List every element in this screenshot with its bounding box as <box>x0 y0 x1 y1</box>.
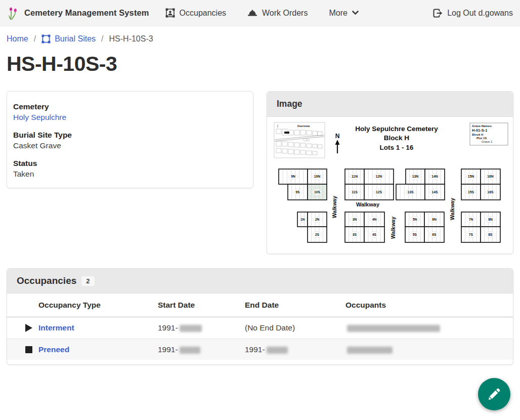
legend-line: H-01-S-1 <box>472 128 487 133</box>
edit-fab-button[interactable] <box>478 378 510 410</box>
redacted-text <box>347 347 393 354</box>
svg-text:15S: 15S <box>468 190 474 194</box>
svg-text:9N: 9N <box>291 175 295 178</box>
svg-text:12N: 12N <box>376 175 382 178</box>
occupancies-card: Occupancies 2 Occupancy Type Start Date … <box>7 268 513 365</box>
col-occupancy-type: Occupancy Type <box>38 301 158 310</box>
field-label-status: Status <box>13 159 247 168</box>
log-out-button[interactable]: Log Out d.gowans <box>433 9 513 18</box>
map-plot-14n: 14N <box>425 169 445 184</box>
svg-text:7S: 7S <box>469 233 473 236</box>
redacted-text <box>180 347 200 354</box>
map-title-line: Block H <box>384 134 409 142</box>
svg-text:8N: 8N <box>488 218 493 221</box>
tulip-logo-icon <box>7 6 20 21</box>
svg-text:4S: 4S <box>372 233 377 236</box>
occupancies-count-badge: 2 <box>81 276 94 286</box>
table-row: Preneed1991-1991- <box>7 339 513 360</box>
breadcrumb-separator: / <box>101 34 103 44</box>
cell-text: 1991- <box>158 345 178 354</box>
walkway-label-vertical: Walkway <box>331 196 337 218</box>
pencil-icon <box>487 387 501 401</box>
svg-text:8S: 8S <box>488 233 493 236</box>
svg-text:5S: 5S <box>413 233 417 236</box>
map-plot-11n: 11N <box>345 169 364 184</box>
map-plot-7s: 7S <box>461 227 481 242</box>
nav-item-work-orders[interactable]: Work Orders <box>247 9 308 18</box>
page-title: HS-H-10S-3 <box>7 52 513 76</box>
breadcrumb-current: HS-H-10S-3 <box>109 34 153 44</box>
legend-heading: Grave Names: <box>472 124 492 128</box>
burial-site-details-card: Cemetery Holy Sepulchre Burial Site Type… <box>7 91 253 188</box>
nav-item-occupancies[interactable]: Occupancies <box>165 8 227 18</box>
walkway-label-vertical: Walkway <box>449 198 455 220</box>
svg-text:15N: 15N <box>468 175 474 178</box>
nav-label: Occupancies <box>180 9 227 18</box>
breadcrumb-separator: / <box>34 34 36 44</box>
chevron-down-icon <box>352 11 359 15</box>
cell-text: (No End Date) <box>245 323 295 332</box>
compass-label: N <box>335 133 340 140</box>
field-value-status: Taken <box>13 170 247 179</box>
log-out-label: Log Out d.gowans <box>447 9 513 18</box>
occupancies-card-header: Occupancies 2 <box>7 269 513 293</box>
map-plot-5s: 5S <box>405 227 424 242</box>
overview-label: Overview <box>297 124 310 128</box>
cemetery-map-image: Overview N <box>267 117 513 254</box>
plots-layer: 9N10N9S10S11N12N11S12S13N14N13S14S15N16N… <box>279 169 500 242</box>
map-plot-10s: 10S <box>308 184 327 200</box>
map-plot-10n: 10N <box>308 169 327 184</box>
map-plot-16s: 16S <box>481 184 500 200</box>
redacted-text <box>267 347 288 354</box>
svg-text:4N: 4N <box>372 218 377 221</box>
occupancy-type-link[interactable]: Preneed <box>38 345 69 354</box>
svg-text:12S: 12S <box>376 190 382 194</box>
summary-row: Cemetery Holy Sepulchre Burial Site Type… <box>0 91 520 254</box>
field-value-burial-site-type: Casket Grave <box>13 141 247 150</box>
occupancy-type-link[interactable]: Interment <box>38 323 74 332</box>
walkway-label-vertical: Walkway <box>390 217 396 239</box>
svg-text:1N: 1N <box>300 218 305 221</box>
top-navbar: Cemetery Management System Occupancies W… <box>0 0 520 26</box>
stop-icon <box>25 346 32 353</box>
svg-text:3S: 3S <box>353 233 357 236</box>
map-title: Holy Sepulchre Cemetery Block H Lots 1 -… <box>355 125 438 151</box>
map-plot-9n: 9N <box>279 169 308 184</box>
app-title: Cemetery Management System <box>24 8 149 18</box>
occupancies-title: Occupancies <box>17 275 76 286</box>
app-brand[interactable]: Cemetery Management System <box>7 6 149 21</box>
work-orders-icon <box>247 9 257 17</box>
breadcrumb-burial-sites-link[interactable]: Burial Sites <box>41 34 96 44</box>
map-title-line: Holy Sepulchre Cemetery <box>355 125 438 133</box>
map-plot-3n: 3N <box>345 212 364 227</box>
svg-text:16S: 16S <box>487 190 494 194</box>
svg-text:13N: 13N <box>412 175 419 178</box>
svg-text:3N: 3N <box>353 218 357 221</box>
field-label-burial-site-type: Burial Site Type <box>13 131 247 140</box>
field-label-cemetery: Cemetery <box>13 102 247 111</box>
svg-text:2N: 2N <box>315 218 320 221</box>
map-plot-9s: 9S <box>288 184 308 200</box>
nav-item-more[interactable]: More <box>329 9 358 18</box>
svg-text:6N: 6N <box>432 218 437 221</box>
map-plot-8s: 8S <box>481 227 500 242</box>
overview-inset: Overview <box>274 122 325 158</box>
col-end-date: End Date <box>245 301 345 310</box>
cemetery-link[interactable]: Holy Sepulchre <box>13 113 66 121</box>
breadcrumb: Home / Burial Sites / HS-H-10S-3 <box>0 26 520 44</box>
legend-line: Plot 1S <box>476 137 487 140</box>
occupancies-table-header: Occupancy Type Start Date End Date Occup… <box>7 293 513 317</box>
map-plot-8n: 8N <box>481 212 500 227</box>
map-plot-5n: 5N <box>405 212 424 227</box>
svg-text:7N: 7N <box>469 218 473 221</box>
svg-text:13S: 13S <box>407 190 414 194</box>
map-plot-6n: 6N <box>424 212 444 227</box>
breadcrumb-home-link[interactable]: Home <box>7 34 28 44</box>
map-plot-4s: 4S <box>364 227 384 242</box>
svg-text:9S: 9S <box>295 190 300 194</box>
map-plot-3s: 3S <box>345 227 364 242</box>
svg-text:11S: 11S <box>352 190 358 194</box>
svg-text:5N: 5N <box>413 218 417 221</box>
walkway-label-horizontal: Walkway <box>356 201 380 207</box>
svg-text:14N: 14N <box>431 175 438 178</box>
